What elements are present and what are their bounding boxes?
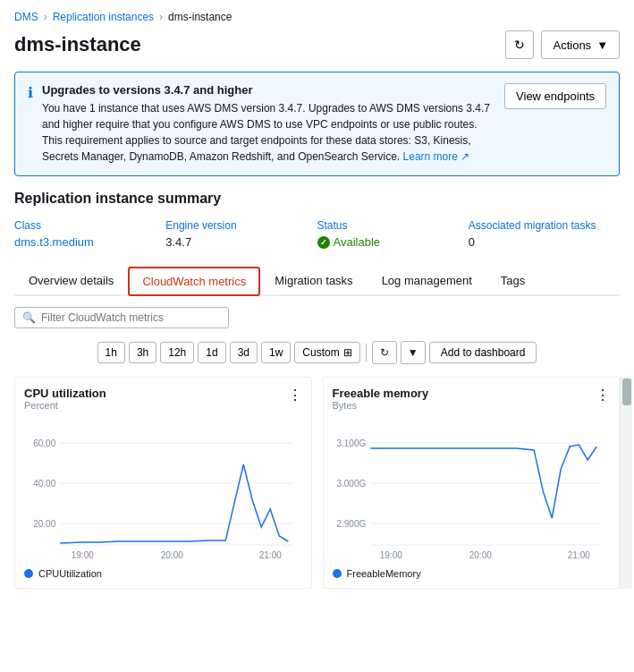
memory-chart-menu-icon[interactable]: ⋮ bbox=[596, 387, 610, 404]
class-label: Class bbox=[14, 219, 165, 232]
filter-bar[interactable]: 🔍 bbox=[14, 307, 229, 328]
breadcrumb: DMS › Replication instances › dms-instan… bbox=[14, 11, 620, 23]
actions-label: Actions bbox=[553, 38, 591, 52]
summary-class: Class dms.t3.medium bbox=[14, 219, 165, 249]
migration-tasks-value: 0 bbox=[469, 235, 475, 249]
page-header: dms-instance ↻ Actions ▼ bbox=[14, 30, 620, 59]
search-icon: 🔍 bbox=[22, 311, 36, 324]
tab-migration-tasks[interactable]: Migration tasks bbox=[260, 267, 367, 296]
refresh-button[interactable]: ↻ bbox=[505, 30, 534, 59]
status-dot-icon bbox=[317, 236, 330, 249]
time-refresh-button[interactable]: ↻ bbox=[372, 341, 397, 364]
scroll-bar[interactable] bbox=[620, 377, 632, 589]
breadcrumb-replication-instances[interactable]: Replication instances bbox=[53, 11, 154, 23]
breadcrumb-sep-1: › bbox=[44, 11, 47, 23]
summary-status: Status Available bbox=[317, 219, 469, 249]
filter-input[interactable] bbox=[41, 311, 221, 324]
tab-cloudwatch-metrics[interactable]: CloudWatch metrics bbox=[128, 267, 260, 296]
svg-text:40.00: 40.00 bbox=[33, 479, 55, 489]
summary-section: Replication instance summary Class dms.t… bbox=[14, 191, 620, 249]
svg-text:20:00: 20:00 bbox=[161, 550, 183, 560]
cpu-chart-svg: 60.00 40.00 20.00 19:00 20:00 21:00 bbox=[24, 420, 302, 563]
svg-text:60.00: 60.00 bbox=[33, 438, 55, 448]
status-value: Available bbox=[317, 235, 469, 249]
time-1h-button[interactable]: 1h bbox=[97, 342, 125, 363]
alert-box: ℹ Upgrades to versions 3.4.7 and higher … bbox=[14, 72, 620, 176]
cpu-legend-dot bbox=[24, 569, 33, 578]
time-3h-button[interactable]: 3h bbox=[129, 342, 156, 363]
memory-chart-header: Freeable memory Bytes ⋮ bbox=[333, 387, 611, 416]
time-dropdown-button[interactable]: ▼ bbox=[401, 341, 426, 364]
tab-tags[interactable]: Tags bbox=[486, 267, 539, 296]
add-dashboard-button[interactable]: Add to dashboard bbox=[429, 342, 537, 363]
svg-text:19:00: 19:00 bbox=[379, 550, 402, 560]
time-1w-button[interactable]: 1w bbox=[261, 342, 291, 363]
page-title: dms-instance bbox=[14, 33, 141, 56]
time-3d-button[interactable]: 3d bbox=[230, 342, 258, 363]
charts-grid: CPU utilization Percent ⋮ 60.00 40.00 20… bbox=[14, 377, 620, 589]
status-label: Status bbox=[317, 219, 469, 232]
tabs-bar: Overview details CloudWatch metrics Migr… bbox=[14, 267, 620, 296]
actions-button[interactable]: Actions ▼ bbox=[541, 30, 620, 59]
calendar-icon: ⊞ bbox=[343, 346, 352, 359]
memory-chart-area: 3.100G 3.000G 2.900G 19:00 20:00 21: bbox=[333, 420, 611, 563]
svg-text:20.00: 20.00 bbox=[33, 519, 55, 529]
svg-text:21:00: 21:00 bbox=[567, 550, 589, 560]
cpu-chart-header: CPU utilization Percent ⋮ bbox=[24, 387, 302, 416]
cpu-chart-legend: CPUUtilization bbox=[24, 568, 302, 579]
summary-migration-tasks: Associated migration tasks 0 bbox=[469, 219, 620, 249]
breadcrumb-sep-2: › bbox=[159, 11, 163, 23]
memory-chart-card: Freeable memory Bytes ⋮ 3.100G 3.000G 2.… bbox=[323, 377, 621, 589]
time-controls: 1h 3h 12h 1d 3d 1w Custom ⊞ ↻ ▼ Add to d… bbox=[14, 341, 620, 364]
charts-container: CPU utilization Percent ⋮ 60.00 40.00 20… bbox=[14, 377, 620, 589]
learn-more-link[interactable]: Learn more ↗ bbox=[403, 150, 470, 163]
engine-label: Engine version bbox=[165, 219, 317, 232]
memory-chart-legend: FreeableMemory bbox=[333, 568, 611, 579]
svg-text:3.000G: 3.000G bbox=[336, 479, 366, 489]
cpu-chart-menu-icon[interactable]: ⋮ bbox=[288, 387, 302, 404]
summary-engine: Engine version 3.4.7 bbox=[165, 219, 317, 249]
time-separator bbox=[366, 344, 367, 362]
cpu-chart-area: 60.00 40.00 20.00 19:00 20:00 21:00 bbox=[24, 420, 302, 563]
memory-chart-title-group: Freeable memory Bytes bbox=[333, 387, 429, 416]
header-actions: ↻ Actions ▼ bbox=[505, 30, 620, 59]
time-1d-button[interactable]: 1d bbox=[198, 342, 225, 363]
memory-chart-svg: 3.100G 3.000G 2.900G 19:00 20:00 21: bbox=[333, 420, 611, 563]
breadcrumb-current: dms-instance bbox=[168, 11, 232, 23]
breadcrumb-dms[interactable]: DMS bbox=[14, 11, 38, 23]
svg-text:2.900G: 2.900G bbox=[336, 519, 366, 529]
memory-chart-unit: Bytes bbox=[333, 400, 429, 411]
alert-text: You have 1 instance that uses AWS DMS ve… bbox=[42, 100, 495, 165]
view-endpoints-button[interactable]: View endpoints bbox=[504, 83, 606, 109]
page-container: DMS › Replication instances › dms-instan… bbox=[0, 0, 634, 672]
engine-value: 3.4.7 bbox=[165, 235, 191, 249]
summary-grid: Class dms.t3.medium Engine version 3.4.7… bbox=[14, 219, 620, 249]
cpu-chart-title-group: CPU utilization Percent bbox=[24, 387, 106, 416]
memory-legend-dot bbox=[333, 569, 342, 578]
class-value: dms.t3.medium bbox=[14, 235, 94, 249]
cpu-chart-unit: Percent bbox=[24, 400, 106, 411]
scroll-thumb[interactable] bbox=[622, 379, 631, 405]
memory-chart-title: Freeable memory bbox=[333, 387, 429, 400]
migration-tasks-label: Associated migration tasks bbox=[469, 219, 620, 232]
actions-arrow-icon: ▼ bbox=[596, 38, 608, 52]
svg-text:19:00: 19:00 bbox=[72, 550, 94, 560]
time-12h-button[interactable]: 12h bbox=[160, 342, 194, 363]
tab-overview-details[interactable]: Overview details bbox=[14, 267, 128, 296]
alert-content: Upgrades to versions 3.4.7 and higher Yo… bbox=[42, 83, 495, 165]
svg-text:20:00: 20:00 bbox=[469, 550, 491, 560]
cpu-legend-label: CPUUtilization bbox=[38, 568, 102, 579]
cpu-chart-title: CPU utilization bbox=[24, 387, 106, 400]
svg-text:3.100G: 3.100G bbox=[336, 438, 366, 448]
tab-log-management[interactable]: Log management bbox=[368, 267, 486, 296]
info-icon: ℹ bbox=[28, 84, 33, 165]
svg-text:21:00: 21:00 bbox=[259, 550, 282, 560]
time-custom-button[interactable]: Custom ⊞ bbox=[294, 342, 359, 363]
memory-legend-label: FreeableMemory bbox=[347, 568, 421, 579]
alert-title: Upgrades to versions 3.4.7 and higher bbox=[42, 83, 495, 97]
summary-title: Replication instance summary bbox=[14, 191, 620, 207]
cpu-chart-card: CPU utilization Percent ⋮ 60.00 40.00 20… bbox=[14, 377, 312, 589]
